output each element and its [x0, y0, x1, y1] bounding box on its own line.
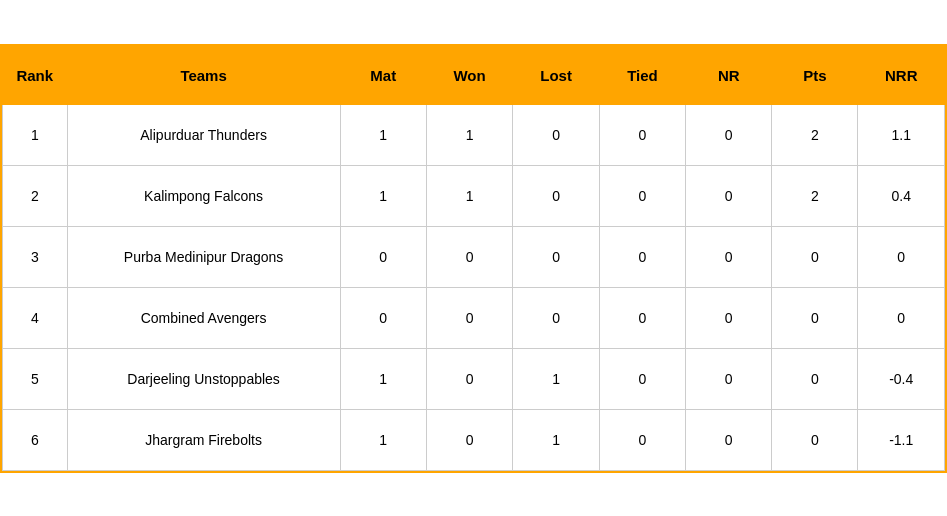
- cell-nrr: 0: [858, 226, 945, 287]
- cell-mat: 0: [340, 287, 426, 348]
- cell-nrr: 0: [858, 287, 945, 348]
- cell-nr: 0: [686, 348, 772, 409]
- header-row: Rank Teams Mat Won Lost Tied NR Pts NRR: [3, 46, 945, 104]
- cell-pts: 2: [772, 165, 858, 226]
- standings-table: Rank Teams Mat Won Lost Tied NR Pts NRR …: [2, 46, 945, 471]
- cell-mat: 1: [340, 409, 426, 470]
- standings-table-container: Rank Teams Mat Won Lost Tied NR Pts NRR …: [0, 44, 947, 473]
- cell-won: 0: [426, 287, 512, 348]
- cell-mat: 1: [340, 104, 426, 165]
- cell-lost: 0: [513, 226, 599, 287]
- header-mat: Mat: [340, 46, 426, 104]
- cell-tied: 0: [599, 165, 685, 226]
- header-tied: Tied: [599, 46, 685, 104]
- table-row: 1Alipurduar Thunders1100021.1: [3, 104, 945, 165]
- cell-team: Darjeeling Unstoppables: [67, 348, 340, 409]
- cell-pts: 0: [772, 226, 858, 287]
- cell-rank: 1: [3, 104, 68, 165]
- cell-lost: 0: [513, 104, 599, 165]
- cell-rank: 4: [3, 287, 68, 348]
- cell-nr: 0: [686, 287, 772, 348]
- header-nr: NR: [686, 46, 772, 104]
- cell-lost: 1: [513, 409, 599, 470]
- cell-rank: 3: [3, 226, 68, 287]
- table-row: 5Darjeeling Unstoppables101000-0.4: [3, 348, 945, 409]
- cell-mat: 1: [340, 348, 426, 409]
- cell-mat: 1: [340, 165, 426, 226]
- cell-tied: 0: [599, 226, 685, 287]
- cell-pts: 0: [772, 287, 858, 348]
- table-body: 1Alipurduar Thunders1100021.12Kalimpong …: [3, 104, 945, 470]
- cell-pts: 0: [772, 409, 858, 470]
- cell-lost: 1: [513, 348, 599, 409]
- cell-pts: 0: [772, 348, 858, 409]
- cell-team: Purba Medinipur Dragons: [67, 226, 340, 287]
- cell-rank: 2: [3, 165, 68, 226]
- table-row: 6Jhargram Firebolts101000-1.1: [3, 409, 945, 470]
- cell-nr: 0: [686, 104, 772, 165]
- table-header: Rank Teams Mat Won Lost Tied NR Pts NRR: [3, 46, 945, 104]
- cell-won: 0: [426, 226, 512, 287]
- cell-tied: 0: [599, 104, 685, 165]
- cell-nrr: 0.4: [858, 165, 945, 226]
- cell-team: Alipurduar Thunders: [67, 104, 340, 165]
- table-row: 3Purba Medinipur Dragons0000000: [3, 226, 945, 287]
- header-nrr: NRR: [858, 46, 945, 104]
- header-won: Won: [426, 46, 512, 104]
- cell-nrr: -1.1: [858, 409, 945, 470]
- cell-nr: 0: [686, 226, 772, 287]
- cell-rank: 6: [3, 409, 68, 470]
- cell-team: Combined Avengers: [67, 287, 340, 348]
- cell-tied: 0: [599, 348, 685, 409]
- cell-won: 1: [426, 104, 512, 165]
- cell-lost: 0: [513, 165, 599, 226]
- header-rank: Rank: [3, 46, 68, 104]
- cell-mat: 0: [340, 226, 426, 287]
- cell-won: 0: [426, 409, 512, 470]
- header-teams: Teams: [67, 46, 340, 104]
- cell-rank: 5: [3, 348, 68, 409]
- cell-tied: 0: [599, 409, 685, 470]
- header-pts: Pts: [772, 46, 858, 104]
- cell-nrr: 1.1: [858, 104, 945, 165]
- cell-team: Jhargram Firebolts: [67, 409, 340, 470]
- cell-nr: 0: [686, 409, 772, 470]
- cell-nrr: -0.4: [858, 348, 945, 409]
- cell-pts: 2: [772, 104, 858, 165]
- cell-won: 1: [426, 165, 512, 226]
- cell-tied: 0: [599, 287, 685, 348]
- cell-team: Kalimpong Falcons: [67, 165, 340, 226]
- table-row: 4Combined Avengers0000000: [3, 287, 945, 348]
- cell-won: 0: [426, 348, 512, 409]
- cell-nr: 0: [686, 165, 772, 226]
- table-row: 2Kalimpong Falcons1100020.4: [3, 165, 945, 226]
- header-lost: Lost: [513, 46, 599, 104]
- cell-lost: 0: [513, 287, 599, 348]
